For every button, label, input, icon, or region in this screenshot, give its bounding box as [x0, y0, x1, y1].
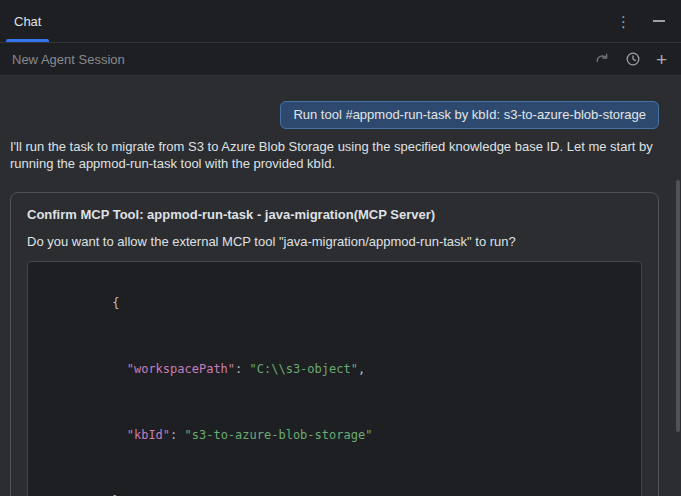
json-value-workspacepath: "C:\\s3-object": [250, 362, 358, 376]
active-tab-indicator: [6, 39, 49, 42]
chat-area: Run tool #appmod-run-task by kbId: s3-to…: [0, 76, 681, 496]
new-session-icon[interactable]: +: [656, 50, 667, 69]
history-clock-icon[interactable]: [625, 51, 641, 67]
json-colon: :: [170, 428, 184, 442]
tool-arguments-code-block: { "workspacePath": "C:\\s3-object", "kbI…: [27, 261, 642, 496]
user-message-row: Run tool #appmod-run-task by kbId: s3-to…: [10, 101, 659, 129]
confirm-card-title: Confirm MCP Tool: appmod-run-task - java…: [27, 207, 642, 223]
session-actions: +: [594, 50, 667, 69]
session-title: New Agent Session: [12, 52, 125, 67]
chat-tool-window: Chat ⋮ New Agent Session +: [0, 0, 681, 496]
tab-chat-label: Chat: [14, 14, 41, 29]
mcp-confirm-card: Confirm MCP Tool: appmod-run-task - java…: [10, 192, 659, 496]
tab-chat[interactable]: Chat: [6, 0, 49, 42]
user-message-bubble: Run tool #appmod-run-task by kbId: s3-to…: [280, 101, 659, 129]
code-line: {: [40, 270, 629, 336]
minimize-glyph: [653, 20, 665, 22]
code-line: "kbId": "s3-to-azure-blob-storage": [40, 402, 629, 468]
code-line: }: [40, 468, 629, 496]
minimize-icon[interactable]: [653, 20, 665, 22]
more-options-icon[interactable]: ⋮: [616, 14, 631, 29]
json-key-workspacepath: "workspacePath": [127, 362, 235, 376]
session-bar: New Agent Session +: [0, 43, 681, 76]
json-indent: [112, 428, 126, 442]
json-open-brace: {: [112, 296, 119, 310]
json-colon: :: [235, 362, 249, 376]
json-comma: ,: [358, 362, 365, 376]
titlebar-actions: ⋮: [616, 14, 665, 29]
json-key-kbid: "kbId": [127, 428, 170, 442]
json-indent: [112, 362, 126, 376]
assistant-message: I'll run the task to migrate from S3 to …: [10, 138, 659, 172]
titlebar: Chat ⋮: [0, 0, 681, 43]
scrollbar-thumb[interactable]: [676, 180, 680, 432]
code-line: "workspacePath": "C:\\s3-object",: [40, 336, 629, 402]
json-value-kbid: "s3-to-azure-blob-storage": [185, 428, 373, 442]
redo-icon[interactable]: [594, 51, 610, 67]
confirm-card-question: Do you want to allow the external MCP to…: [27, 234, 642, 250]
